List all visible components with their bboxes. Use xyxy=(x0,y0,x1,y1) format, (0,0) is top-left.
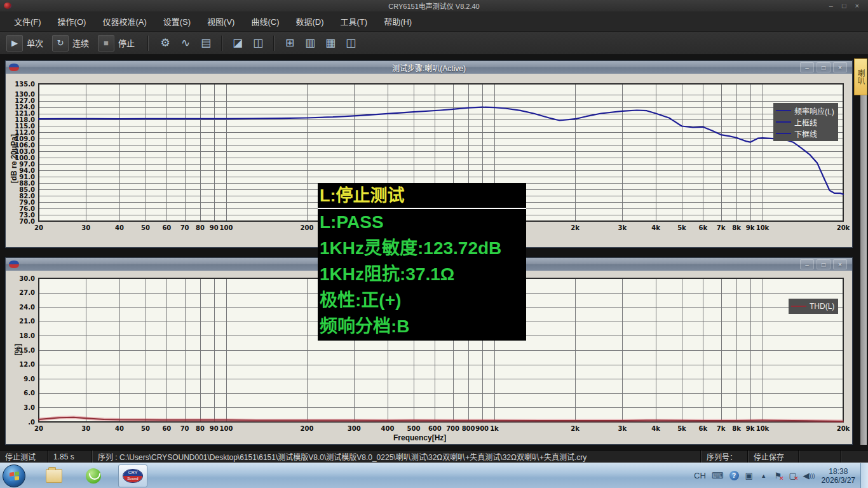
window-maximize-button[interactable]: □ xyxy=(817,62,831,72)
legend-entry: 下框线 xyxy=(776,128,834,139)
menubar: 文件(F)操作(O)仪器校准(A)设置(S)视图(V)曲线(C)数据(D)工具(… xyxy=(0,11,868,32)
x-axis-tick-label: 30 xyxy=(81,425,90,432)
menu-item-3[interactable]: 仪器校准(A) xyxy=(98,13,150,29)
new-curve-window-icon[interactable]: ⊞ xyxy=(281,34,299,52)
open-file-icon[interactable]: ◪ xyxy=(229,34,247,52)
y-axis-tick-label: 70.0 xyxy=(19,218,35,225)
app-logo-icon xyxy=(4,3,11,9)
show-desktop-button[interactable] xyxy=(860,463,868,488)
toolbar-separator xyxy=(221,36,222,51)
run-single-button[interactable]: ▶ xyxy=(6,35,23,51)
menu-item-6[interactable]: 曲线(C) xyxy=(247,13,283,29)
x-axis-tick-label: 5k xyxy=(677,224,686,231)
x-axis-tick-label: 80 xyxy=(196,425,205,432)
x-axis-tick-label: 20 xyxy=(34,224,43,231)
run-single-label: 单次 xyxy=(27,37,43,49)
maximize-button[interactable]: □ xyxy=(842,2,846,10)
overlay-result-line: 极性:正(+) xyxy=(318,287,526,313)
main-titlebar: CRY6151电声测试仪 V8.2.40 – □ × xyxy=(0,0,868,11)
thd-chart-x-axis-title: Frequency[Hz] xyxy=(393,433,446,442)
menu-item-4[interactable]: 设置(S) xyxy=(159,13,194,29)
x-axis-tick-label: 8k xyxy=(732,425,741,432)
taskbar: CRY Sound CH ⌨ ? ▣ ▲ ⚑✕ ▢✕ ◀))) 18:38 20… xyxy=(0,463,868,488)
y-axis-tick-label: 9.0 xyxy=(24,376,35,383)
network-status-icon[interactable]: ▢✕ xyxy=(789,471,797,481)
clock-date: 2026/3/27 xyxy=(822,476,855,485)
action-center-icon[interactable]: ⚑✕ xyxy=(774,471,783,481)
legend-entry: 频率响应(L) xyxy=(776,105,834,116)
taskbar-explorer-button[interactable] xyxy=(43,466,65,485)
stop-button[interactable]: ■ xyxy=(98,35,114,51)
browser-icon xyxy=(86,468,101,484)
x-axis-tick-label: 50 xyxy=(141,425,150,432)
window-close-button[interactable]: × xyxy=(833,62,847,72)
freq-chart-y-axis-title: [dB re 20uPa] xyxy=(10,134,18,183)
menu-item-9[interactable]: 帮助(H) xyxy=(380,13,416,29)
window-minimize-button[interactable]: – xyxy=(800,259,814,269)
menu-item-1[interactable]: 文件(F) xyxy=(10,13,45,29)
windows-flag-icon xyxy=(10,471,18,480)
close-button[interactable]: × xyxy=(855,2,859,10)
workspace-scrollbar[interactable] xyxy=(860,60,867,445)
cry-sound-logo-icon: CRY Sound xyxy=(123,469,143,483)
x-axis-tick-label: 9k xyxy=(746,224,755,231)
y-axis-tick-label: 12.0 xyxy=(19,361,35,368)
taskbar-clock[interactable]: 18:38 2026/3/27 xyxy=(822,467,855,485)
layout-rows-icon[interactable]: ▦ xyxy=(322,34,339,52)
menu-item-7[interactable]: 数据(D) xyxy=(292,13,327,29)
run-continuous-button[interactable]: ↻ xyxy=(52,35,69,51)
minimize-button[interactable]: – xyxy=(829,2,833,10)
x-axis-tick-label: 90 xyxy=(210,224,219,231)
x-axis-tick-label: 4k xyxy=(651,425,660,432)
taskbar-cry-app-button[interactable]: CRY Sound xyxy=(118,464,147,487)
window-close-button[interactable]: × xyxy=(833,259,847,269)
help-icon[interactable]: ? xyxy=(729,471,739,481)
statistics-chart-icon[interactable]: ▥ xyxy=(301,34,319,52)
legend-entry: 上框线 xyxy=(776,116,834,128)
x-axis-tick-label: 2k xyxy=(571,224,580,231)
x-axis-tick-label: 800 xyxy=(462,425,475,432)
statusbar: 停止测试 1.85 s 序列 : C:\Users\CRYSOUND001\De… xyxy=(0,450,868,463)
status-state: 停止测试 xyxy=(0,451,47,463)
x-axis-tick-label: 9k xyxy=(746,425,755,432)
x-axis-tick-label: 400 xyxy=(381,425,395,432)
hidden-icons-arrow[interactable]: ▲ xyxy=(759,471,768,481)
restore-window-icon[interactable]: ▣ xyxy=(745,471,754,481)
frequency-response-window-title: 测试步骤:喇叭(Active) xyxy=(6,62,852,73)
y-axis-tick-label: .0 xyxy=(28,419,35,426)
y-axis-tick-label: 24.0 xyxy=(19,304,35,311)
screen: CRY6151电声测试仪 V8.2.40 – □ × 文件(F)操作(O)仪器校… xyxy=(0,0,868,488)
keyboard-icon[interactable]: ⌨ xyxy=(712,471,724,481)
x-axis-tick-label: 40 xyxy=(115,224,124,231)
menu-item-8[interactable]: 工具(T) xyxy=(337,13,372,29)
x-axis-tick-label: 600 xyxy=(428,425,442,432)
x-axis-tick-label: 60 xyxy=(162,425,171,432)
legend-entry: THD(L) xyxy=(791,301,834,312)
language-indicator[interactable]: CH xyxy=(694,471,706,481)
frequency-response-titlebar[interactable]: 测试步骤:喇叭(Active) – □ × xyxy=(6,61,852,74)
thd-chart-y-axis-title: [%] xyxy=(13,344,22,356)
start-button[interactable] xyxy=(3,464,25,487)
x-axis-tick-label: 1k xyxy=(490,425,499,432)
layout-columns-icon[interactable]: ◫ xyxy=(342,34,360,52)
x-axis-tick-label: 40 xyxy=(115,425,124,432)
curve-setup-icon[interactable]: ∿ xyxy=(177,34,194,52)
volume-icon[interactable]: ◀))) xyxy=(803,471,815,481)
x-axis-tick-label: 100 xyxy=(220,425,233,432)
x-axis-tick-label: 10k xyxy=(756,224,770,231)
window-maximize-button[interactable]: □ xyxy=(817,259,831,269)
window-minimize-button[interactable]: – xyxy=(800,62,814,72)
menu-item-2[interactable]: 操作(O) xyxy=(54,13,90,29)
x-axis-tick-label: 70 xyxy=(180,425,189,432)
y-axis-tick-label: 3.0 xyxy=(24,404,35,411)
docked-panel-tab[interactable]: 喇叭 xyxy=(854,58,867,95)
test-settings-icon[interactable]: ⚙ xyxy=(156,34,174,52)
report-export-icon[interactable]: ▤ xyxy=(197,34,215,52)
overlay-result-line: 1KHz阻抗:37.1Ω xyxy=(318,261,526,287)
taskbar-browser-button[interactable] xyxy=(83,466,104,485)
legend-line-swatch xyxy=(776,121,791,123)
save-file-icon[interactable]: ◫ xyxy=(249,34,267,52)
overlay-result-line: 1KHz灵敏度:123.72dB xyxy=(318,235,526,261)
menu-item-5[interactable]: 视图(V) xyxy=(203,13,238,29)
x-axis-tick-label: 6k xyxy=(699,224,708,231)
